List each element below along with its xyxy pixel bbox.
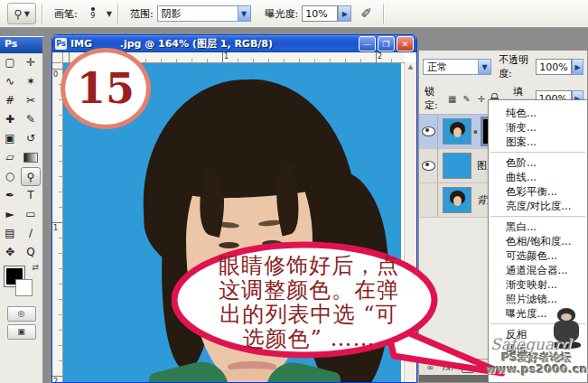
tool-preset-button[interactable]: ⚲▼ [7, 3, 36, 24]
bubble-line: 眼睛修饰好后，点 [188, 254, 430, 278]
maximize-button[interactable]: ❐ [378, 36, 395, 51]
visibility-toggle[interactable] [419, 149, 438, 182]
eyedropper-tool[interactable]: ∕ [21, 224, 41, 243]
menu-item-pattern[interactable]: 图案... [489, 135, 587, 149]
menu-item-gradient[interactable]: 渐变... [489, 120, 587, 135]
move-tool[interactable]: ✛ [21, 53, 41, 72]
photoshop-app: ⚲▼ 画笔: 9 ▼ 范围: 阴影 ▼ 曝光度: 10% ▶ ✐ Ps ▢ ✛ … [0, 0, 588, 383]
mascot-face [561, 313, 572, 321]
swap-colors-icon[interactable]: ⇄ [32, 263, 39, 272]
range-label: 范围: [130, 7, 154, 21]
visibility-toggle[interactable] [419, 115, 438, 148]
chevron-down-icon: ▼ [24, 10, 30, 18]
watermark-url: www.ps2000.cn [486, 363, 587, 376]
divider [117, 4, 119, 23]
ruler-corner [52, 52, 63, 63]
menu-item-brightness-contrast[interactable]: 亮度/对比度... [489, 199, 587, 213]
eye-icon [422, 126, 435, 136]
close-button[interactable]: ✕ [397, 36, 414, 51]
ruler-mark: 1 [53, 224, 58, 232]
chevron-down-icon[interactable]: ▼ [238, 5, 251, 22]
color-swatches: ⇄ [0, 262, 42, 304]
ruler-mark: 0 [53, 70, 58, 79]
brush-label: 画笔: [54, 7, 78, 21]
shape-tool[interactable]: ▭ [21, 205, 41, 224]
menu-item-color-balance[interactable]: 色彩平衡... [489, 184, 587, 199]
bubble-line: 出的列表中选 “可 [188, 303, 430, 327]
exposure-slider-button[interactable]: ▶ [338, 5, 351, 22]
menu-item-levels[interactable]: 色阶... [489, 155, 587, 170]
pen-tool[interactable]: ✒ [0, 186, 20, 205]
layer-thumbnail[interactable] [443, 153, 471, 179]
blur-tool[interactable]: ○ [0, 167, 20, 186]
quick-mask-button[interactable]: ◎ [7, 306, 36, 322]
minimize-button[interactable]: — [359, 36, 376, 51]
bubble-line: 这调整颜色。在弹 [188, 278, 430, 303]
ruler-mark: 2 [53, 378, 58, 382]
blend-mode-select[interactable]: 正常 ▼ [423, 59, 491, 75]
brush-size-value: 9 [90, 13, 95, 20]
lock-label: 锁定: [425, 85, 445, 112]
bubble-line: 选颜色” …… [188, 327, 430, 351]
divider [383, 4, 385, 23]
layer-thumbnail[interactable] [443, 118, 471, 145]
lock-transparency-icon[interactable]: ▦ [447, 94, 458, 104]
type-tool[interactable]: T [21, 186, 41, 205]
divider [42, 4, 43, 23]
screen-mode-button[interactable]: ▣ [7, 324, 36, 340]
opacity-input[interactable]: 100% [536, 59, 572, 75]
clone-stamp-tool[interactable]: ▣ [0, 129, 20, 148]
ps-logo: Ps [0, 37, 42, 53]
airbrush-icon[interactable]: ✐ [360, 5, 372, 22]
speech-bubble-text: 眼睛修饰好后，点 这调整颜色。在弹 出的列表中选 “可 选颜色” …… [188, 254, 430, 351]
tool-grid: ▢ ✛ ∿ ✶ # ✂ ✚ ✎ ▣ ↺ ▱ ○ ⚲ ✒ T ► ▭ ▤ ∕ ✥ … [0, 53, 42, 262]
menu-item-black-white[interactable]: 黑白... [489, 220, 587, 234]
menu-separator [490, 216, 585, 217]
range-value: 阴影 [157, 5, 238, 22]
brush-tool[interactable]: ✎ [21, 110, 41, 129]
step-badge: 15 [61, 48, 151, 129]
healing-brush-tool[interactable]: ✚ [0, 110, 20, 129]
notes-tool[interactable]: ▤ [0, 224, 20, 243]
eye-icon [422, 161, 435, 171]
opacity-label: 不透明度: [499, 53, 534, 80]
dodge-tool[interactable]: ⚲ [21, 167, 41, 186]
magic-wand-tool[interactable]: ✶ [21, 72, 41, 91]
menu-item-curves[interactable]: 曲线... [489, 170, 587, 184]
lock-position-icon[interactable]: ✛ [476, 94, 487, 104]
eraser-tool[interactable]: ▱ [0, 148, 20, 167]
background-color-swatch[interactable] [15, 279, 33, 296]
chevron-down-icon[interactable]: ▼ [107, 10, 112, 18]
tool-palette: Ps ▢ ✛ ∿ ✶ # ✂ ✚ ✎ ▣ ↺ ▱ ○ ⚲ ✒ T ► ▭ ▤ ∕… [0, 36, 43, 383]
crop-tool[interactable]: # [0, 91, 20, 110]
layer-thumbnail[interactable] [443, 187, 471, 213]
history-brush-tool[interactable]: ↺ [21, 129, 41, 148]
lasso-tool[interactable]: ∿ [0, 72, 20, 91]
opacity-slider-button[interactable]: ▶ [572, 59, 583, 75]
document-icon: Ps [55, 38, 67, 50]
range-select[interactable]: 阴影 ▼ [157, 5, 251, 22]
gradient-tool[interactable] [21, 148, 41, 167]
visibility-toggle[interactable] [419, 183, 438, 217]
exposure-input[interactable]: 10% [302, 5, 338, 22]
menu-separator [490, 152, 585, 153]
ruler-mark: 1 [224, 52, 229, 61]
brush-tip-icon [91, 7, 95, 11]
scroll-up-icon: ▲ [405, 63, 416, 70]
rectangular-marquee-tool[interactable]: ▢ [0, 53, 20, 72]
lock-paint-icon[interactable]: ✎ [462, 94, 472, 104]
hand-tool[interactable]: ✥ [0, 243, 20, 262]
options-bar: ⚲▼ 画笔: 9 ▼ 范围: 阴影 ▼ 曝光度: 10% ▶ ✐ [0, 0, 588, 28]
exposure-label: 曝光度: [266, 7, 299, 21]
chevron-down-icon[interactable]: ▼ [478, 59, 491, 75]
dodge-tool-icon: ⚲ [14, 7, 23, 21]
brush-preset-picker[interactable]: 9 [81, 3, 105, 24]
zoom-tool[interactable]: Q [21, 243, 41, 262]
path-selection-tool[interactable]: ► [0, 205, 20, 224]
menu-item-solid-color[interactable]: 纯色... [489, 106, 587, 120]
mask-link-icon: ▪ [473, 128, 478, 135]
blend-mode-value: 正常 [423, 59, 478, 75]
slice-tool[interactable]: ✂ [21, 91, 41, 110]
step-number: 15 [77, 64, 135, 113]
vertical-ruler: 0 1 2 [52, 62, 63, 382]
